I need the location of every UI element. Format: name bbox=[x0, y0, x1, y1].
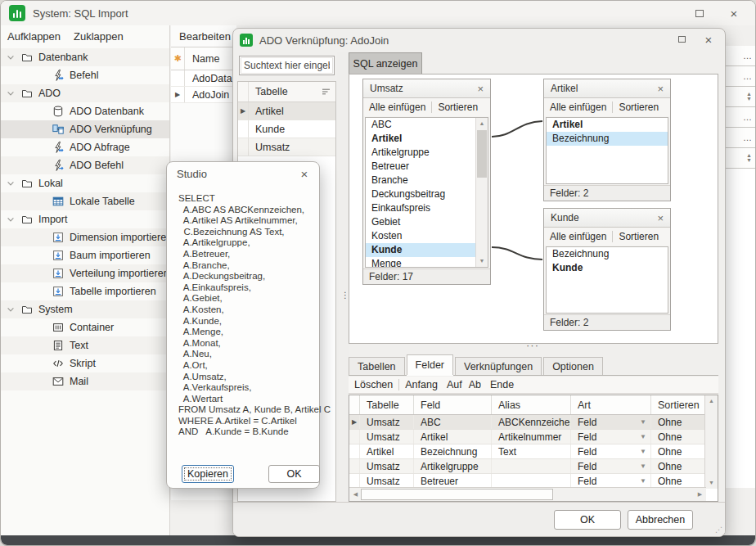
field-item[interactable]: Bezeichnung bbox=[547, 247, 668, 261]
move-first-button[interactable]: Anfang bbox=[399, 379, 443, 390]
close-button[interactable]: × bbox=[291, 162, 317, 185]
close-button[interactable]: × bbox=[718, 1, 750, 25]
table-list-row[interactable]: ▶ Umsatz bbox=[238, 138, 335, 156]
table-column-header[interactable]: Tabelle bbox=[249, 86, 320, 97]
field-item[interactable]: ABC bbox=[366, 118, 475, 132]
tree-item[interactable]: ADO Verknüpfung bbox=[1, 120, 169, 138]
tree-item[interactable]: Verteilung importieren bbox=[1, 264, 169, 282]
chevron-down-icon[interactable] bbox=[4, 177, 17, 190]
resize-grip[interactable]: ⋰ bbox=[715, 528, 722, 535]
table-row[interactable]: ▶ Umsatz Artikelgruppe Feld▼ Ohne bbox=[349, 459, 718, 474]
close-icon[interactable]: × bbox=[657, 83, 664, 94]
spinner-button-icon[interactable]: ▲▼ bbox=[724, 148, 756, 169]
edit-menu[interactable]: Bearbeiten ▾ bbox=[171, 25, 236, 47]
field-item[interactable]: Einkaufspreis bbox=[366, 201, 475, 215]
sort-button[interactable]: Sortieren bbox=[613, 102, 664, 113]
delete-button[interactable]: Löschen bbox=[349, 379, 398, 390]
sql-anzeigen-button[interactable]: SQL anzeigen bbox=[349, 52, 422, 74]
name-column-header[interactable]: Name bbox=[185, 53, 219, 65]
expand-all-button[interactable]: Aufklappen bbox=[1, 30, 67, 43]
tree-item[interactable]: ADO bbox=[1, 84, 169, 102]
tree-item[interactable]: Lokale Tabelle bbox=[1, 192, 169, 210]
tree-item[interactable]: Datenbank bbox=[1, 48, 169, 66]
copy-button[interactable]: Kopieren bbox=[182, 465, 234, 483]
grid-column-header[interactable]: Sortieren bbox=[651, 395, 707, 414]
list-item[interactable]: ▶ AdoJoin bbox=[171, 87, 236, 103]
table-list-row[interactable]: ▶ Kunde bbox=[238, 120, 335, 138]
tree-item[interactable]: ADO Datenbank bbox=[1, 102, 169, 120]
tree-item[interactable]: Baum importieren bbox=[1, 246, 169, 264]
sort-ascending-icon[interactable] bbox=[320, 85, 333, 98]
search-input[interactable] bbox=[239, 56, 335, 75]
dropdown-arrow-icon[interactable]: ▼ bbox=[640, 433, 646, 440]
dropdown-arrow-icon[interactable]: ▼ bbox=[640, 477, 646, 485]
scroll-left-icon[interactable]: ◀ bbox=[349, 488, 362, 501]
dropdown-arrow-icon[interactable]: ▼ bbox=[640, 418, 646, 426]
scroll-right-icon[interactable]: ▶ bbox=[694, 488, 706, 501]
grid-column-header[interactable]: Alias bbox=[492, 395, 571, 414]
field-item[interactable]: Kunde bbox=[547, 261, 668, 275]
field-item[interactable]: Artikel bbox=[366, 132, 475, 146]
insert-all-button[interactable]: Alle einfügen bbox=[363, 102, 431, 113]
chevron-down-icon[interactable] bbox=[4, 51, 17, 64]
tree-item[interactable]: Tabelle importieren bbox=[1, 282, 169, 300]
maximize-button[interactable] bbox=[668, 28, 695, 51]
tree-item[interactable]: Import bbox=[1, 210, 169, 228]
ok-button[interactable]: OK bbox=[554, 510, 621, 530]
ellipsis-button-icon[interactable]: … bbox=[724, 107, 756, 128]
move-last-button[interactable]: Ende bbox=[484, 379, 520, 390]
cancel-button[interactable]: Abbrechen bbox=[628, 510, 693, 530]
field-item[interactable]: Betreuer bbox=[366, 160, 475, 174]
scroll-thumb[interactable] bbox=[477, 130, 487, 178]
vertical-scrollbar[interactable]: ▲ ▼ bbox=[704, 395, 718, 489]
field-item[interactable]: Bezeichnung bbox=[547, 132, 668, 146]
tab[interactable]: Felder bbox=[407, 354, 453, 375]
tree-item[interactable]: ADO Abfrage bbox=[1, 138, 169, 156]
dropdown-arrow-icon[interactable]: ▼ bbox=[640, 448, 646, 455]
tree-item[interactable]: Befehl bbox=[1, 66, 169, 84]
scroll-thumb[interactable] bbox=[361, 489, 553, 500]
panel-titlebar[interactable]: Kunde × bbox=[544, 209, 670, 228]
scroll-up-icon[interactable]: ▲ bbox=[705, 395, 718, 407]
grid-column-header[interactable]: Art bbox=[571, 395, 651, 414]
panel-titlebar[interactable]: Umsatz × bbox=[363, 79, 490, 98]
tree-item[interactable]: Dimension importieren bbox=[1, 228, 169, 246]
tree-item[interactable]: Mail bbox=[1, 372, 169, 390]
sort-button[interactable]: Sortieren bbox=[613, 231, 664, 242]
table-list-header[interactable]: Tabelle bbox=[238, 82, 335, 102]
close-icon[interactable]: × bbox=[657, 213, 664, 223]
tree-item[interactable]: Container bbox=[1, 318, 169, 336]
table-row[interactable]: ▶ Artikel Bezeichnung Text Feld▼ Ohne bbox=[349, 444, 718, 459]
list-item[interactable]: ▶ AdoDatabase bbox=[171, 70, 236, 87]
scrollbar[interactable]: ▲ ▼ bbox=[475, 118, 488, 267]
chevron-down-icon[interactable] bbox=[4, 213, 17, 226]
horizontal-scrollbar[interactable]: ◀ ▶ bbox=[349, 487, 706, 501]
table-row[interactable]: ▶ Umsatz ABC ABCKennzeichen Feld▼ Ohne bbox=[349, 415, 718, 430]
chevron-down-icon[interactable] bbox=[4, 303, 17, 316]
ellipsis-button-icon[interactable]: … bbox=[724, 128, 756, 148]
chevron-down-icon[interactable] bbox=[4, 87, 17, 100]
field-item[interactable]: Menge bbox=[366, 257, 475, 268]
tree-item[interactable]: Text bbox=[1, 336, 169, 354]
field-item[interactable]: Artikelgruppe bbox=[366, 146, 475, 160]
field-item[interactable]: Gebiet bbox=[366, 215, 475, 229]
tree-item[interactable]: System bbox=[1, 300, 169, 318]
grid-column-header[interactable]: Tabelle bbox=[360, 395, 414, 414]
move-down-button[interactable]: Ab bbox=[466, 379, 484, 390]
ellipsis-button-icon[interactable]: … bbox=[724, 66, 756, 87]
tree-item[interactable]: ADO Befehl bbox=[1, 156, 169, 174]
field-item[interactable]: Kunde bbox=[366, 243, 475, 257]
scroll-down-icon[interactable]: ▼ bbox=[705, 477, 718, 489]
collapse-all-button[interactable]: Zuklappen bbox=[67, 30, 130, 43]
ok-button[interactable]: OK bbox=[268, 465, 320, 483]
ellipsis-button-icon[interactable]: … bbox=[724, 46, 756, 66]
tab[interactable]: Optionen bbox=[543, 357, 603, 375]
insert-all-button[interactable]: Alle einfügen bbox=[544, 102, 612, 113]
scroll-down-icon[interactable]: ▼ bbox=[476, 255, 488, 267]
field-item[interactable]: Kosten bbox=[366, 229, 475, 243]
sort-button[interactable]: Sortieren bbox=[432, 102, 484, 113]
scroll-up-icon[interactable]: ▲ bbox=[476, 118, 488, 129]
tab[interactable]: Verknüpfungen bbox=[455, 357, 542, 375]
panel-titlebar[interactable]: Artikel × bbox=[544, 79, 670, 98]
grid-column-header[interactable]: Feld bbox=[414, 395, 492, 414]
